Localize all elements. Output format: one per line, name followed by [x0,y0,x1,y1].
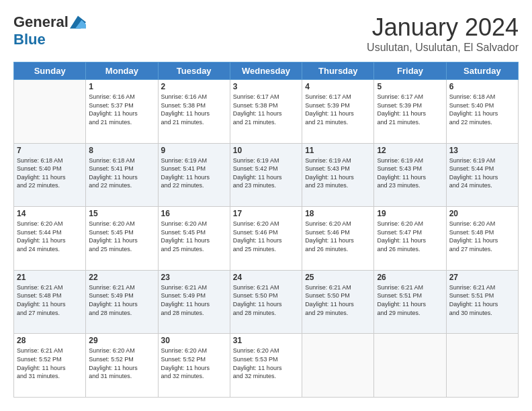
page: General Blue January 2024 Usulutan, Usul… [0,0,532,411]
calendar-cell: 7Sunrise: 6:18 AMSunset: 5:40 PMDaylight… [14,143,86,207]
day-number: 8 [89,146,154,155]
day-info: Sunrise: 6:21 AMSunset: 5:51 PMDaylight:… [449,283,515,317]
calendar-table: Sunday Monday Tuesday Wednesday Thursday… [13,62,519,398]
calendar-cell: 16Sunrise: 6:20 AMSunset: 5:45 PMDayligh… [158,207,230,271]
day-number: 18 [305,209,371,218]
calendar-cell: 13Sunrise: 6:19 AMSunset: 5:44 PMDayligh… [446,143,518,207]
day-info: Sunrise: 6:16 AMSunset: 5:37 PMDaylight:… [89,93,154,126]
calendar-cell: 9Sunrise: 6:19 AMSunset: 5:41 PMDaylight… [158,143,230,207]
day-number: 22 [89,273,154,282]
day-info: Sunrise: 6:17 AMSunset: 5:39 PMDaylight:… [377,93,443,126]
calendar-cell: 28Sunrise: 6:21 AMSunset: 5:52 PMDayligh… [14,334,86,398]
header-thursday: Thursday [302,62,374,80]
day-number: 1 [89,82,154,91]
day-info: Sunrise: 6:21 AMSunset: 5:50 PMDaylight:… [233,283,299,317]
day-info: Sunrise: 6:19 AMSunset: 5:44 PMDaylight:… [449,156,515,190]
header-tuesday: Tuesday [158,62,230,80]
day-info: Sunrise: 6:21 AMSunset: 5:49 PMDaylight:… [89,283,154,317]
day-info: Sunrise: 6:19 AMSunset: 5:43 PMDaylight:… [377,156,443,190]
logo-blue-text: Blue [13,31,46,48]
day-number: 12 [377,146,443,155]
calendar-cell [14,80,86,144]
header-wednesday: Wednesday [230,62,302,80]
calendar-cell: 12Sunrise: 6:19 AMSunset: 5:43 PMDayligh… [374,143,446,207]
day-number: 20 [449,209,515,218]
day-info: Sunrise: 6:20 AMSunset: 5:47 PMDaylight:… [377,220,443,253]
calendar-cell: 26Sunrise: 6:21 AMSunset: 5:51 PMDayligh… [374,270,446,334]
day-info: Sunrise: 6:17 AMSunset: 5:39 PMDaylight:… [305,93,371,126]
day-number: 25 [305,273,371,282]
day-number: 3 [233,82,299,91]
calendar-cell: 5Sunrise: 6:17 AMSunset: 5:39 PMDaylight… [374,80,446,144]
day-number: 27 [449,273,515,282]
calendar-cell [302,334,374,398]
calendar-cell: 19Sunrise: 6:20 AMSunset: 5:47 PMDayligh… [374,207,446,271]
calendar-cell: 17Sunrise: 6:20 AMSunset: 5:46 PMDayligh… [230,207,302,271]
day-info: Sunrise: 6:21 AMSunset: 5:49 PMDaylight:… [161,283,227,317]
day-number: 7 [17,146,83,155]
day-number: 11 [305,146,371,155]
day-info: Sunrise: 6:18 AMSunset: 5:41 PMDaylight:… [89,156,154,190]
day-number: 2 [161,82,227,91]
day-number: 17 [233,209,299,218]
day-number: 21 [17,273,83,282]
calendar-cell: 18Sunrise: 6:20 AMSunset: 5:46 PMDayligh… [302,207,374,271]
day-info: Sunrise: 6:20 AMSunset: 5:44 PMDaylight:… [17,220,83,253]
day-number: 13 [449,146,515,155]
calendar-cell: 11Sunrise: 6:19 AMSunset: 5:43 PMDayligh… [302,143,374,207]
calendar-cell: 25Sunrise: 6:21 AMSunset: 5:50 PMDayligh… [302,270,374,334]
day-info: Sunrise: 6:21 AMSunset: 5:48 PMDaylight:… [17,283,83,317]
day-info: Sunrise: 6:20 AMSunset: 5:52 PMDaylight:… [161,347,227,380]
day-number: 5 [377,82,443,91]
day-info: Sunrise: 6:21 AMSunset: 5:50 PMDaylight:… [305,283,371,317]
calendar-cell [446,334,518,398]
day-number: 6 [449,82,515,91]
day-number: 24 [233,273,299,282]
header-sunday: Sunday [14,62,86,80]
day-info: Sunrise: 6:20 AMSunset: 5:46 PMDaylight:… [305,220,371,253]
day-info: Sunrise: 6:16 AMSunset: 5:38 PMDaylight:… [161,93,227,126]
day-info: Sunrise: 6:20 AMSunset: 5:45 PMDaylight:… [89,220,154,253]
month-title: January 2024 [367,13,519,42]
calendar-week-row: 21Sunrise: 6:21 AMSunset: 5:48 PMDayligh… [14,270,519,334]
day-info: Sunrise: 6:18 AMSunset: 5:40 PMDaylight:… [17,156,83,190]
calendar-cell: 8Sunrise: 6:18 AMSunset: 5:41 PMDaylight… [86,143,158,207]
day-info: Sunrise: 6:20 AMSunset: 5:52 PMDaylight:… [89,347,154,380]
day-info: Sunrise: 6:19 AMSunset: 5:41 PMDaylight:… [161,156,227,190]
title-block: January 2024 Usulutan, Usulutan, El Salv… [367,13,519,54]
calendar-cell: 15Sunrise: 6:20 AMSunset: 5:45 PMDayligh… [86,207,158,271]
header: General Blue January 2024 Usulutan, Usul… [13,13,519,54]
calendar-week-row: 1Sunrise: 6:16 AMSunset: 5:37 PMDaylight… [14,80,519,144]
day-info: Sunrise: 6:18 AMSunset: 5:40 PMDaylight:… [449,93,515,126]
calendar-cell: 30Sunrise: 6:20 AMSunset: 5:52 PMDayligh… [158,334,230,398]
day-number: 10 [233,146,299,155]
header-monday: Monday [86,62,158,80]
day-info: Sunrise: 6:19 AMSunset: 5:42 PMDaylight:… [233,156,299,190]
calendar-cell: 21Sunrise: 6:21 AMSunset: 5:48 PMDayligh… [14,270,86,334]
day-info: Sunrise: 6:20 AMSunset: 5:48 PMDaylight:… [449,220,515,253]
calendar-week-row: 28Sunrise: 6:21 AMSunset: 5:52 PMDayligh… [14,334,519,398]
calendar-cell: 31Sunrise: 6:20 AMSunset: 5:53 PMDayligh… [230,334,302,398]
calendar-week-row: 7Sunrise: 6:18 AMSunset: 5:40 PMDaylight… [14,143,519,207]
header-friday: Friday [374,62,446,80]
calendar-cell: 20Sunrise: 6:20 AMSunset: 5:48 PMDayligh… [446,207,518,271]
logo-text: General [13,13,86,31]
day-number: 15 [89,209,154,218]
day-info: Sunrise: 6:17 AMSunset: 5:38 PMDaylight:… [233,93,299,126]
day-number: 29 [89,336,154,345]
weekday-header-row: Sunday Monday Tuesday Wednesday Thursday… [14,62,519,80]
calendar-cell: 1Sunrise: 6:16 AMSunset: 5:37 PMDaylight… [86,80,158,144]
day-number: 9 [161,146,227,155]
day-number: 23 [161,273,227,282]
calendar-cell: 22Sunrise: 6:21 AMSunset: 5:49 PMDayligh… [86,270,158,334]
calendar-cell [374,334,446,398]
day-number: 28 [17,336,83,345]
calendar-cell: 3Sunrise: 6:17 AMSunset: 5:38 PMDaylight… [230,80,302,144]
day-info: Sunrise: 6:20 AMSunset: 5:46 PMDaylight:… [233,220,299,253]
day-number: 16 [161,209,227,218]
day-info: Sunrise: 6:20 AMSunset: 5:45 PMDaylight:… [161,220,227,253]
calendar-cell: 10Sunrise: 6:19 AMSunset: 5:42 PMDayligh… [230,143,302,207]
logo-general: General [13,13,69,31]
day-number: 19 [377,209,443,218]
day-number: 14 [17,209,83,218]
